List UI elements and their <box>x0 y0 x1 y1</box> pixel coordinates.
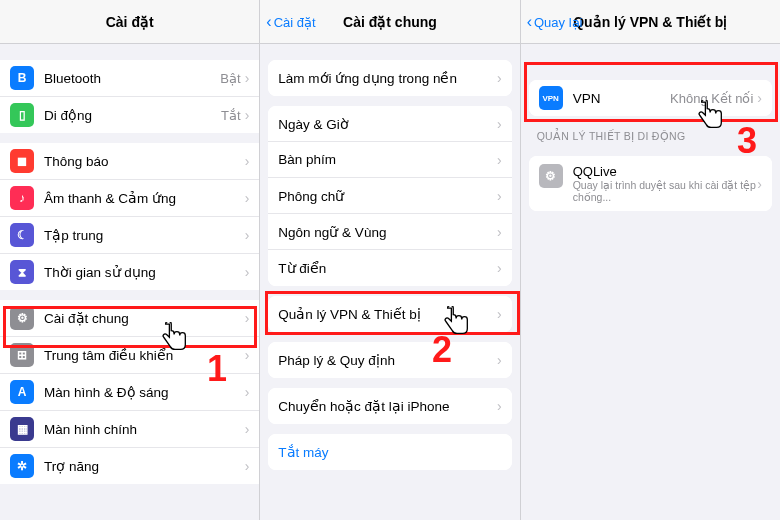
profile-sublabel: Quay lại trình duyệt sau khi cài đặt tệp… <box>573 179 758 203</box>
row-label: Tắt máy <box>278 444 501 460</box>
chevron-right-icon: › <box>245 310 250 326</box>
annotation-number-3: 3 <box>737 120 757 162</box>
chevron-right-icon: › <box>497 260 502 276</box>
profile-label: QQLive <box>573 164 758 179</box>
chevron-right-icon: › <box>497 306 502 322</box>
chevron-right-icon: › <box>497 398 502 414</box>
display-icon: A <box>10 380 34 404</box>
settings-row-notifications[interactable]: ◼Thông báo› <box>0 143 259 180</box>
chevron-right-icon: › <box>245 190 250 206</box>
header-col2: ‹ Cài đặt Cài đặt chung <box>260 0 519 44</box>
page-title: Quản lý VPN & Thiết bị <box>573 14 727 30</box>
bluetooth-icon: B <box>10 66 34 90</box>
profile-row-qqlive[interactable]: ⚙ QQLive Quay lại trình duyệt sau khi cà… <box>529 156 772 211</box>
settings-row-item3[interactable]: Ngôn ngữ & Vùng› <box>268 214 511 250</box>
header-col3: ‹ Quay lại Quản lý VPN & Thiết bị <box>521 0 780 44</box>
settings-row-bluetooth[interactable]: BBluetoothBật› <box>0 60 259 97</box>
chevron-right-icon: › <box>497 70 502 86</box>
vpn-row[interactable]: VPN VPN Không Kết nối › <box>529 80 772 116</box>
controlcenter-icon: ⊞ <box>10 343 34 367</box>
row-label: Màn hình chính <box>44 422 245 437</box>
focus-icon: ☾ <box>10 223 34 247</box>
chevron-right-icon: › <box>497 224 502 240</box>
settings-row-item0[interactable]: Tắt máy <box>268 434 511 470</box>
vpn-icon: VPN <box>539 86 563 110</box>
notifications-icon: ◼ <box>10 149 34 173</box>
settings-row-focus[interactable]: ☾Tập trung› <box>0 217 259 254</box>
chevron-right-icon: › <box>245 107 250 123</box>
row-label: Di động <box>44 107 221 123</box>
row-label: Làm mới ứng dụng trong nền <box>278 70 497 86</box>
row-label: Ngày & Giờ <box>278 116 497 132</box>
page-title: Cài đặt <box>106 14 154 30</box>
chevron-right-icon: › <box>245 347 250 363</box>
header-col1: Cài đặt <box>0 0 259 44</box>
back-label: Cài đặt <box>274 15 316 30</box>
settings-row-item0[interactable]: Làm mới ứng dụng trong nền› <box>268 60 511 96</box>
row-label: Từ điển <box>278 260 497 276</box>
chevron-right-icon: › <box>757 176 762 192</box>
settings-row-homescreen[interactable]: ▦Màn hình chính› <box>0 411 259 448</box>
chevron-right-icon: › <box>497 116 502 132</box>
chevron-right-icon: › <box>497 352 502 368</box>
annotation-number-2: 2 <box>432 329 452 371</box>
cellular-icon: ▯ <box>10 103 34 127</box>
chevron-right-icon: › <box>245 264 250 280</box>
settings-row-item1[interactable]: Bàn phím› <box>268 142 511 178</box>
row-label: Bàn phím <box>278 152 497 167</box>
settings-sidebar: Cài đặt BBluetoothBật›▯Di độngTắt› ◼Thôn… <box>0 0 260 520</box>
settings-row-accessibility[interactable]: ✲Trợ năng› <box>0 448 259 484</box>
page-title: Cài đặt chung <box>343 14 437 30</box>
annotation-number-1: 1 <box>207 348 227 390</box>
chevron-right-icon: › <box>497 188 502 204</box>
screentime-icon: ⧗ <box>10 260 34 284</box>
chevron-right-icon: › <box>245 153 250 169</box>
settings-row-screentime[interactable]: ⧗Thời gian sử dụng› <box>0 254 259 290</box>
settings-row-item0[interactable]: Quản lý VPN & Thiết bị› <box>268 296 511 332</box>
row-label: Thời gian sử dụng <box>44 264 245 280</box>
row-label: Tập trung <box>44 227 245 243</box>
settings-row-general[interactable]: ⚙Cài đặt chung› <box>0 300 259 337</box>
back-button[interactable]: ‹ Quay lại <box>527 0 583 44</box>
chevron-left-icon: ‹ <box>266 14 271 30</box>
row-label: Thông báo <box>44 154 245 169</box>
chevron-right-icon: › <box>245 458 250 474</box>
chevron-right-icon: › <box>245 227 250 243</box>
row-label: Âm thanh & Cảm ứng <box>44 190 245 206</box>
settings-row-item0[interactable]: Ngày & Giờ› <box>268 106 511 142</box>
accessibility-icon: ✲ <box>10 454 34 478</box>
chevron-left-icon: ‹ <box>527 14 532 30</box>
row-label: Quản lý VPN & Thiết bị <box>278 306 497 322</box>
general-settings-pane: ‹ Cài đặt Cài đặt chung Làm mới ứng dụng… <box>260 0 520 520</box>
row-value: Tắt <box>221 108 241 123</box>
settings-row-sounds[interactable]: ♪Âm thanh & Cảm ứng› <box>0 180 259 217</box>
row-label: Ngôn ngữ & Vùng <box>278 224 497 240</box>
sounds-icon: ♪ <box>10 186 34 210</box>
chevron-right-icon: › <box>757 90 762 106</box>
row-label: Trợ năng <box>44 458 245 474</box>
back-button[interactable]: ‹ Cài đặt <box>266 0 315 44</box>
back-label: Quay lại <box>534 15 582 30</box>
chevron-right-icon: › <box>245 421 250 437</box>
settings-row-item0[interactable]: Pháp lý & Quy định› <box>268 342 511 378</box>
chevron-right-icon: › <box>497 152 502 168</box>
chevron-right-icon: › <box>245 70 250 86</box>
row-value: Bật <box>220 71 240 86</box>
row-label: Cài đặt chung <box>44 310 245 326</box>
profile-icon: ⚙ <box>539 164 563 188</box>
row-label: Bluetooth <box>44 71 220 86</box>
vpn-label: VPN <box>573 91 670 106</box>
vpn-device-management-pane: ‹ Quay lại Quản lý VPN & Thiết bị VPN VP… <box>521 0 780 520</box>
settings-row-item2[interactable]: Phông chữ› <box>268 178 511 214</box>
row-label: Pháp lý & Quy định <box>278 352 497 368</box>
settings-row-item0[interactable]: Chuyển hoặc đặt lại iPhone› <box>268 388 511 424</box>
settings-row-cellular[interactable]: ▯Di độngTắt› <box>0 97 259 133</box>
row-label: Phông chữ <box>278 188 497 204</box>
chevron-right-icon: › <box>245 384 250 400</box>
settings-row-item4[interactable]: Từ điển› <box>268 250 511 286</box>
vpn-status: Không Kết nối <box>670 91 753 106</box>
row-label: Chuyển hoặc đặt lại iPhone <box>278 398 497 414</box>
homescreen-icon: ▦ <box>10 417 34 441</box>
general-icon: ⚙ <box>10 306 34 330</box>
